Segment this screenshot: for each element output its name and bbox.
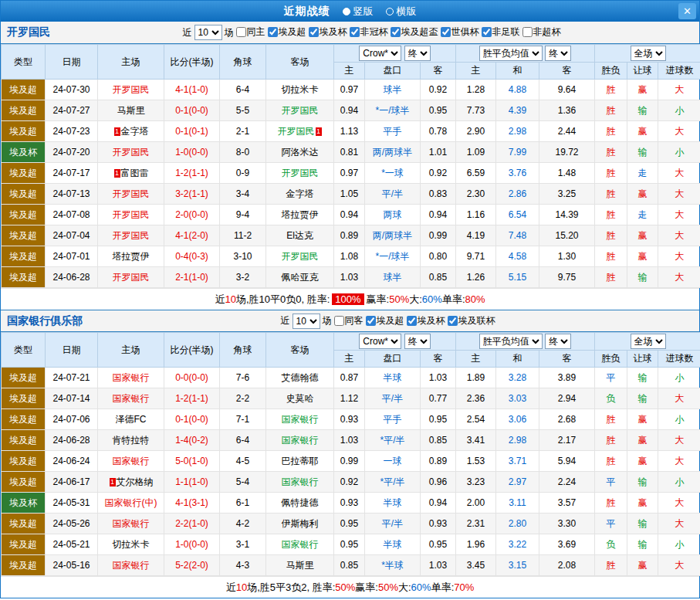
away-team: 艾德翰德 <box>266 368 334 388</box>
away-team: 切拉米卡 <box>266 80 334 100</box>
result-outcome: 胜 <box>595 205 627 225</box>
checkbox-input[interactable] <box>441 27 451 37</box>
team-name-text: 巴拉蒂耶 <box>282 456 319 466</box>
checkbox-input[interactable] <box>350 27 360 37</box>
odds-source-select[interactable]: Crow* <box>359 46 401 61</box>
col-header-type: 类型 <box>2 333 46 368</box>
odds-home: 1.05 <box>334 184 365 205</box>
summary-segment: 近 <box>226 581 236 595</box>
filter-checkbox[interactable]: 非足联 <box>482 25 520 39</box>
checkbox-input[interactable] <box>366 316 376 326</box>
filter-checkbox[interactable]: 埃及杯 <box>309 25 347 39</box>
checkbox-input[interactable] <box>309 27 319 37</box>
handicap: 半球 <box>365 493 421 514</box>
match-count-select[interactable]: 10 <box>194 25 222 40</box>
match-date: 24-06-28 <box>46 430 98 451</box>
league-type: 埃及超 <box>2 184 46 205</box>
avg-draw-odds: 2.98 <box>496 121 539 142</box>
avg-away-odds: 1.36 <box>539 100 595 121</box>
checkbox-input[interactable] <box>482 27 492 37</box>
sub-header-avg-draw: 和 <box>496 351 539 368</box>
checkbox-input[interactable] <box>522 27 533 37</box>
layout-option-vertical[interactable]: 竖版 <box>343 5 374 19</box>
team-name-text: 切拉米卡 <box>282 84 319 95</box>
odds-state-select[interactable]: 终 <box>404 334 431 349</box>
scope-select[interactable]: 全场 <box>631 46 666 61</box>
red-card-badge: 1 <box>114 127 120 136</box>
result-goals: 大 <box>658 80 700 100</box>
result-handicap: 赢 <box>627 493 658 514</box>
odds-home: 0.87 <box>334 368 365 388</box>
match-row: 埃及超24-05-21切拉米卡1-0(0-0)3-1国家银行0.95半球0.95… <box>2 534 700 555</box>
league-filter-group: 同客埃及超埃及杯埃及联杯 <box>332 314 495 328</box>
sub-header-goals: 进球数 <box>658 63 700 80</box>
handicap: *一/球半 <box>365 246 421 267</box>
checkbox-label: 非冠杯 <box>360 25 388 39</box>
odds-state-select[interactable]: 终 <box>404 46 431 61</box>
avg-state-select[interactable]: 终 <box>545 334 571 349</box>
col-header-score: 比分(半场) <box>164 45 220 80</box>
filter-checkbox[interactable]: 埃及超 <box>366 314 404 327</box>
filter-checkbox[interactable]: 非超杯 <box>522 25 561 39</box>
away-team: 开罗国民1 <box>266 121 334 142</box>
odds-away: 0.83 <box>421 184 456 205</box>
score: 5-0(1-0) <box>164 451 220 472</box>
league-type: 埃及超 <box>2 409 46 430</box>
odds-home: 0.85 <box>334 555 365 576</box>
filter-checkbox[interactable]: 埃及杯 <box>407 314 445 327</box>
corner-score: 4-2 <box>220 514 266 534</box>
avg-away-odds: 3.89 <box>539 368 595 388</box>
result-outcome: 胜 <box>595 451 627 472</box>
match-date: 24-07-08 <box>46 205 98 225</box>
filter-checkbox[interactable]: 埃及超盃 <box>391 25 438 39</box>
checkbox-label: 同主 <box>247 25 265 39</box>
avg-type-select[interactable]: 胜平负均值 <box>479 46 543 61</box>
col-header-date: 日期 <box>46 333 98 368</box>
match-row: 埃及超24-07-171富图雷1-2(1-1)0-9开罗国民0.97*一球0.9… <box>2 163 700 184</box>
match-row: 埃及超24-07-27马斯里0-1(0-0)5-5开罗国民0.94*一/球半0.… <box>2 100 700 121</box>
checkbox-input[interactable] <box>236 27 246 37</box>
filter-checkbox[interactable]: 埃及超 <box>268 25 306 39</box>
filter-checkbox[interactable]: 世俱杯 <box>441 25 479 39</box>
match-date: 24-07-30 <box>46 80 98 100</box>
checkbox-input[interactable] <box>448 316 458 326</box>
result-goals: 小 <box>658 368 700 388</box>
odds-away: 0.85 <box>421 430 456 451</box>
score: 0-1(0-0) <box>164 409 220 430</box>
handicap: 球半 <box>365 80 421 100</box>
handicap: 平/半 <box>365 184 421 205</box>
odds-home: 1.08 <box>334 246 365 267</box>
avg-draw-odds: 3.28 <box>496 368 539 388</box>
odds-source-select[interactable]: Crow* <box>359 334 401 349</box>
away-team: 开罗国民 <box>266 163 334 184</box>
league-type: 埃及超 <box>2 205 46 225</box>
layout-option-horizontal[interactable]: 横版 <box>386 5 417 19</box>
corner-score: 11-2 <box>220 225 266 246</box>
checkbox-input[interactable] <box>334 316 344 326</box>
avg-state-select[interactable]: 终 <box>545 46 571 61</box>
avg-away-odds: 2.08 <box>539 555 595 576</box>
avg-away-odds: 2.94 <box>539 388 595 409</box>
avg-home-odds: 1.16 <box>456 205 496 225</box>
match-count-select[interactable]: 10 <box>293 314 320 329</box>
league-type: 埃及超 <box>2 514 46 534</box>
avg-away-odds: 1.30 <box>539 246 595 267</box>
close-button[interactable]: ✕ <box>678 3 696 19</box>
filter-checkbox[interactable]: 埃及联杯 <box>448 314 495 327</box>
checkbox-input[interactable] <box>391 27 401 37</box>
filter-checkbox[interactable]: 同客 <box>334 314 364 327</box>
checkbox-input[interactable] <box>407 316 417 326</box>
avg-home-odds: 2.54 <box>456 409 496 430</box>
league-type: 埃及超 <box>2 368 46 388</box>
summary-segment: 100% <box>332 293 364 305</box>
avg-type-select[interactable]: 胜平负均值 <box>479 334 543 349</box>
team-name-text: 肯特拉特 <box>113 435 150 446</box>
radio-label: 横版 <box>397 5 417 19</box>
away-team: 马斯里 <box>266 555 334 576</box>
checkbox-input[interactable] <box>268 27 278 37</box>
odds-home: 0.99 <box>334 451 365 472</box>
filter-checkbox[interactable]: 同主 <box>236 25 265 39</box>
scope-select[interactable]: 全场 <box>631 334 666 349</box>
filter-checkbox[interactable]: 非冠杯 <box>350 25 388 39</box>
odds-home: 0.93 <box>334 493 365 514</box>
